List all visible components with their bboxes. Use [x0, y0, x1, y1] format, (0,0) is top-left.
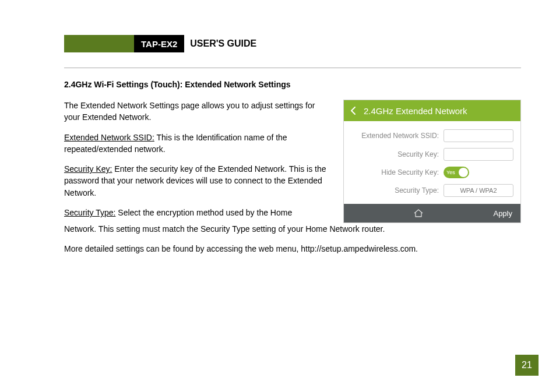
product-badge: TAP-EX2	[134, 35, 184, 52]
sectype-paragraph-a: Security Type: Select the encryption met…	[64, 207, 332, 218]
sectype-label: Security Type:	[64, 208, 115, 217]
toggle-knob	[459, 168, 468, 177]
more-paragraph: More detailed settings can be found by a…	[64, 243, 521, 255]
header-rule	[64, 68, 521, 68]
sectype-field-label: Security Type:	[395, 186, 439, 195]
seckey-field-label: Security Key:	[397, 150, 439, 158]
sectype-paragraph-b: Network. This setting must match the Sec…	[64, 223, 521, 235]
hidekey-field-label: Hide Security Key:	[381, 168, 439, 176]
ssid-input[interactable]	[444, 129, 513, 142]
home-icon[interactable]	[344, 209, 493, 218]
device-body: Extended Network SSID: Security Key: Hid…	[344, 121, 520, 204]
page-number: 21	[515, 355, 539, 376]
seckey-label: Security Key:	[64, 164, 112, 174]
back-icon[interactable]	[350, 106, 357, 115]
sectype-select[interactable]: WPA / WPA2	[444, 184, 513, 197]
ssid-field-label: Extended Network SSID:	[361, 132, 439, 140]
apply-button[interactable]: Apply	[493, 209, 512, 218]
seckey-input[interactable]	[444, 148, 513, 161]
ssid-paragraph: Extended Network SSID: This is the Ident…	[64, 132, 332, 156]
toggle-text: Yes	[446, 169, 455, 175]
sectype-text-a: Select the encryption method used by the…	[115, 208, 292, 217]
section-heading: 2.4GHz Wi-Fi Settings (Touch): Extended …	[64, 80, 521, 89]
guide-title: USER'S GUIDE	[184, 35, 262, 52]
device-titlebar: 2.4GHz Extended Network	[344, 100, 520, 121]
body-text: The Extended Network Settings page allow…	[64, 100, 332, 218]
device-title: 2.4GHz Extended Network	[364, 106, 467, 116]
doc-header: TAP-EX2 USER'S GUIDE	[64, 35, 521, 52]
device-screenshot: 2.4GHz Extended Network Extended Network…	[343, 100, 521, 223]
hidekey-toggle[interactable]: Yes	[444, 167, 469, 178]
header-accent	[64, 35, 134, 52]
ssid-label: Extended Network SSID:	[64, 133, 154, 142]
device-footer: Apply	[344, 204, 520, 223]
intro-paragraph: The Extended Network Settings page allow…	[64, 100, 332, 123]
seckey-paragraph: Security Key: Enter the security key of …	[64, 163, 332, 199]
